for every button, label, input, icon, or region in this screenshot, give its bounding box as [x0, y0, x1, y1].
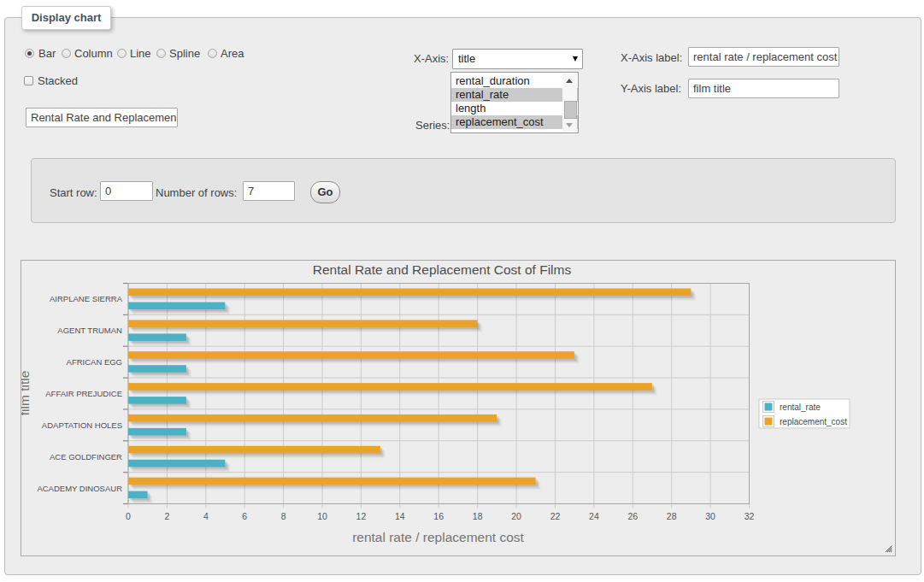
svg-text:26: 26 [627, 511, 638, 521]
svg-text:14: 14 [395, 511, 405, 521]
svg-text:film title: film title [21, 371, 32, 416]
svg-text:2: 2 [164, 511, 169, 521]
svg-text:20: 20 [511, 511, 521, 521]
svg-text:AFFAIR PREJUDICE: AFFAIR PREJUDICE [45, 389, 122, 398]
svg-text:AIRPLANE SIERRA: AIRPLANE SIERRA [50, 294, 123, 303]
svg-text:AGENT TRUMAN: AGENT TRUMAN [57, 326, 122, 335]
svg-text:Rental Rate and Replacement Co: Rental Rate and Replacement Cost of Film… [313, 262, 572, 277]
svg-text:22: 22 [550, 511, 561, 521]
svg-text:30: 30 [705, 511, 715, 521]
svg-text:12: 12 [356, 511, 367, 521]
svg-text:ACE GOLDFINGER: ACE GOLDFINGER [50, 452, 122, 461]
svg-text:4: 4 [203, 511, 209, 521]
svg-text:24: 24 [589, 511, 599, 521]
svg-text:AFRICAN EGG: AFRICAN EGG [67, 357, 122, 367]
svg-text:rental_rate: rental_rate [780, 403, 821, 412]
svg-text:28: 28 [667, 511, 677, 521]
svg-text:ACADEMY DINOSAUR: ACADEMY DINOSAUR [37, 484, 122, 493]
svg-text:18: 18 [473, 511, 483, 521]
svg-text:16: 16 [433, 511, 444, 521]
svg-text:10: 10 [317, 511, 327, 521]
svg-text:replacement_cost: replacement_cost [780, 417, 847, 426]
svg-text:ADAPTATION HOLES: ADAPTATION HOLES [42, 420, 122, 430]
svg-text:0: 0 [126, 511, 131, 521]
svg-text:rental rate / replacement cost: rental rate / replacement cost [352, 530, 524, 544]
svg-text:32: 32 [744, 511, 755, 521]
svg-text:8: 8 [281, 511, 286, 521]
svg-text:6: 6 [242, 511, 247, 521]
